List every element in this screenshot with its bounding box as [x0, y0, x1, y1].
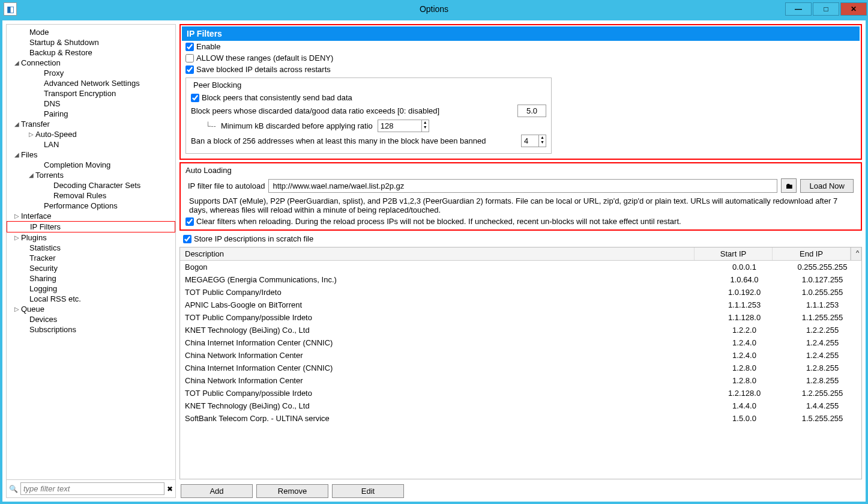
- sidebar-item-pairing[interactable]: Pairing: [7, 109, 175, 119]
- table-row[interactable]: China Internet Information Center (CNNIC…: [180, 362, 861, 374]
- table-row[interactable]: MEGAEGG (Energia Communications, Inc.)1.…: [180, 273, 861, 286]
- cell-description: Bogon: [180, 261, 705, 273]
- sidebar-item-backup-restore[interactable]: Backup & Restore: [7, 47, 175, 58]
- cell-start-ip: 1.0.64.0: [705, 273, 783, 286]
- allow-ranges-checkbox[interactable]: [185, 54, 194, 62]
- sidebar-item-transfer[interactable]: ◢Transfer: [7, 119, 175, 129]
- sidebar-item-dns[interactable]: DNS: [7, 99, 175, 109]
- browse-button[interactable]: 🖿: [781, 178, 797, 193]
- sidebar-item-decoding-character-sets[interactable]: Decoding Character Sets: [7, 180, 175, 190]
- sidebar-item-advanced-network-settings[interactable]: Advanced Network Settings: [7, 78, 175, 88]
- table-row[interactable]: China Internet Information Center (CNNIC…: [180, 336, 861, 349]
- store-scratch-checkbox[interactable]: [183, 235, 191, 243]
- tree-arrow-icon: ▷: [13, 213, 21, 219]
- cell-end-ip: 1.2.255.255: [783, 387, 861, 399]
- table-row[interactable]: Bogon0.0.0.10.255.255.255: [180, 261, 861, 273]
- sidebar-item-completion-moving[interactable]: Completion Moving: [7, 160, 175, 170]
- min-kb-input[interactable]: [378, 120, 421, 132]
- table-row[interactable]: TOT Public Company/possible Irdeto1.1.12…: [180, 311, 861, 324]
- sidebar-item-performance-options[interactable]: Performance Options: [7, 201, 175, 211]
- sidebar-item-startup-shutdown[interactable]: Startup & Shutdown: [7, 37, 175, 47]
- sidebar-item-mode[interactable]: Mode: [7, 27, 175, 37]
- table-row[interactable]: APNIC Labs-Google on BitTorrent1.1.1.253…: [180, 299, 861, 311]
- sidebar-item-queue[interactable]: ▷Queue: [7, 304, 175, 314]
- add-button[interactable]: Add: [181, 484, 253, 498]
- sidebar-item-interface[interactable]: ▷Interface: [7, 211, 175, 221]
- cell-start-ip: 1.1.128.0: [705, 311, 783, 324]
- sidebar: ModeStartup & ShutdownBackup & Restore◢C…: [6, 24, 176, 498]
- sidebar-item-label: Transport Encryption: [44, 89, 116, 98]
- edit-button[interactable]: Edit: [332, 484, 404, 498]
- ban-block-spinner[interactable]: ▲▼: [521, 135, 546, 147]
- sidebar-item-tracker[interactable]: Tracker: [7, 253, 175, 263]
- spin-up-icon[interactable]: ▲: [422, 120, 429, 125]
- sidebar-item-label: LAN: [44, 140, 59, 149]
- sidebar-item-sharing[interactable]: Sharing: [7, 273, 175, 284]
- sidebar-item-plugins[interactable]: ▷Plugins: [7, 232, 175, 243]
- maximize-button[interactable]: □: [813, 2, 839, 16]
- spin-up-icon[interactable]: ▲: [539, 135, 546, 140]
- sidebar-item-label: Queue: [21, 305, 44, 314]
- table-row[interactable]: TOT Public Company/Irdeto1.0.192.01.0.25…: [180, 286, 861, 299]
- cell-end-ip: 1.1.1.253: [783, 299, 861, 311]
- save-blocked-checkbox[interactable]: [185, 65, 194, 74]
- col-end-ip[interactable]: End IP: [773, 247, 851, 260]
- sidebar-item-subscriptions[interactable]: Subscriptions: [7, 324, 175, 335]
- cell-start-ip: 1.4.4.0: [705, 399, 783, 412]
- sidebar-item-statistics[interactable]: Statistics: [7, 243, 175, 253]
- sidebar-item-local-rss-etc-[interactable]: Local RSS etc.: [7, 294, 175, 304]
- sidebar-item-transport-encryption[interactable]: Transport Encryption: [7, 88, 175, 99]
- tree-connector-icon: └--: [205, 121, 216, 130]
- sidebar-item-label: Advanced Network Settings: [44, 79, 140, 88]
- section-header: IP Filters: [182, 26, 860, 41]
- col-start-ip[interactable]: Start IP: [695, 247, 773, 260]
- block-peers-label: Block peers that consistently send bad d…: [202, 93, 352, 102]
- min-kb-label: Minimum kB discarded before applying rat…: [221, 121, 373, 130]
- sidebar-item-label: Removal Rules: [53, 191, 106, 200]
- col-description[interactable]: Description: [180, 247, 695, 260]
- close-button[interactable]: ✕: [840, 2, 867, 16]
- sidebar-item-ip-filters[interactable]: IP Filters: [7, 221, 175, 232]
- spin-down-icon[interactable]: ▼: [422, 125, 429, 130]
- sidebar-item-auto-speed[interactable]: ▷Auto-Speed: [7, 129, 175, 139]
- clear-filters-checkbox[interactable]: [185, 217, 194, 226]
- peer-blocking-title: Peer Blocking: [191, 80, 244, 90]
- sidebar-item-torrents[interactable]: ◢Torrents: [7, 170, 175, 180]
- sidebar-item-logging[interactable]: Logging: [7, 284, 175, 294]
- table-row[interactable]: China Network Information Center1.2.8.01…: [180, 374, 861, 387]
- auto-loading-section: Auto Loading IP filter file to autoload …: [179, 162, 862, 231]
- remove-button[interactable]: Remove: [256, 484, 328, 498]
- block-peers-checkbox[interactable]: [191, 94, 199, 102]
- autoload-url-input[interactable]: [268, 179, 777, 193]
- sidebar-item-files[interactable]: ◢Files: [7, 150, 175, 160]
- minimize-button[interactable]: —: [785, 2, 812, 16]
- sidebar-item-label: Local RSS etc.: [29, 294, 81, 303]
- sidebar-item-devices[interactable]: Devices: [7, 314, 175, 324]
- table-row[interactable]: KNET Technology (BeiJing) Co., Ltd1.4.4.…: [180, 399, 861, 412]
- cell-end-ip: 1.2.4.255: [783, 336, 861, 349]
- sidebar-item-security[interactable]: Security: [7, 263, 175, 273]
- clear-filter-icon[interactable]: ✖: [167, 485, 173, 493]
- sidebar-item-label: Torrents: [35, 171, 64, 180]
- enable-checkbox[interactable]: [185, 43, 194, 51]
- cell-start-ip: 1.1.1.253: [705, 299, 783, 311]
- sidebar-item-connection[interactable]: ◢Connection: [7, 58, 175, 68]
- table-row[interactable]: China Network Information Center1.2.4.01…: [180, 349, 861, 362]
- table-row[interactable]: SoftBank Telecom Corp. - ULTINA service1…: [180, 412, 861, 425]
- filter-input[interactable]: [20, 482, 164, 495]
- ratio-input[interactable]: [517, 105, 546, 117]
- sidebar-item-proxy[interactable]: Proxy: [7, 68, 175, 78]
- sidebar-item-lan[interactable]: LAN: [7, 139, 175, 150]
- min-kb-spinner[interactable]: ▲▼: [378, 120, 429, 132]
- spin-down-icon[interactable]: ▼: [539, 140, 546, 145]
- scroll-up-icon[interactable]: ^: [851, 247, 861, 260]
- table-row[interactable]: TOT Public Company/possible Irdeto1.2.12…: [180, 387, 861, 399]
- load-now-button[interactable]: Load Now: [800, 179, 854, 193]
- main-panel: IP Filters Enable ALLOW these ranges (de…: [179, 24, 862, 498]
- ban-block-input[interactable]: [522, 135, 538, 147]
- cell-end-ip: 1.2.2.255: [783, 324, 861, 336]
- table-row[interactable]: KNET Technology (BeiJing) Co., Ltd1.2.2.…: [180, 324, 861, 336]
- sidebar-item-label: Backup & Restore: [29, 48, 92, 57]
- autoload-label: IP filter file to autoload: [188, 181, 265, 190]
- sidebar-item-removal-rules[interactable]: Removal Rules: [7, 190, 175, 201]
